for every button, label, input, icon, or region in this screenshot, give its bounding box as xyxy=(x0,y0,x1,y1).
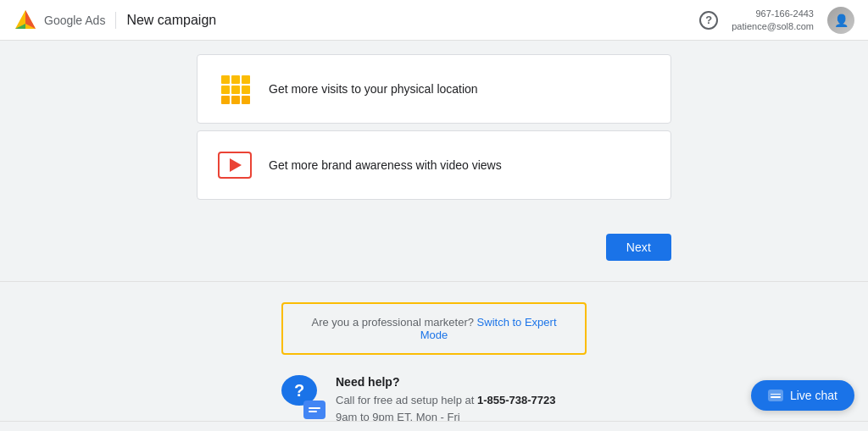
play-triangle-icon xyxy=(230,158,242,172)
help-desc-pre: Call for free ad setup help at xyxy=(336,394,477,406)
user-phone: 967-166-2443 xyxy=(755,8,814,19)
help-bubble-icon: ? xyxy=(281,375,326,419)
option-video-views-text: Get more brand awareness with video view… xyxy=(269,158,502,172)
campaign-title: New campaign xyxy=(126,13,216,28)
option-physical-location-text: Get more visits to your physical locatio… xyxy=(269,82,478,96)
header: Google Ads New campaign ? 967-166-2443 p… xyxy=(0,0,868,41)
building-icon xyxy=(218,72,252,106)
avatar[interactable]: 👤 xyxy=(827,7,854,34)
live-chat-icon xyxy=(768,390,783,401)
svg-rect-8 xyxy=(242,86,250,94)
live-chat-icon-lines xyxy=(771,394,781,398)
chat-bubble-small-icon xyxy=(303,401,326,419)
logo-text: Google Ads xyxy=(44,14,105,27)
svg-rect-6 xyxy=(221,86,230,94)
help-title: Need help? xyxy=(336,375,587,389)
chat-icon-line-1 xyxy=(771,394,781,395)
svg-rect-4 xyxy=(231,75,240,84)
expert-banner-text: Are you a professional marketer? xyxy=(311,316,473,329)
next-button[interactable]: Next xyxy=(606,234,671,261)
main-content: Get more visits to your physical locatio… xyxy=(0,41,868,431)
svg-rect-5 xyxy=(242,75,250,84)
video-play-icon xyxy=(218,152,252,179)
svg-rect-10 xyxy=(231,96,240,104)
live-chat-button[interactable]: Live chat xyxy=(751,380,854,411)
svg-rect-9 xyxy=(221,96,230,104)
next-area: Next xyxy=(197,234,671,274)
option-video-views[interactable]: Get more brand awareness with video view… xyxy=(197,130,671,200)
svg-rect-3 xyxy=(221,75,230,84)
option-physical-location[interactable]: Get more visits to your physical locatio… xyxy=(197,54,671,124)
google-ads-logo: Google Ads xyxy=(14,8,105,32)
chat-lines-icon xyxy=(309,407,320,412)
svg-rect-7 xyxy=(231,86,240,94)
expert-banner: Are you a professional marketer? Switch … xyxy=(281,302,587,355)
user-email: patience@sol8.com xyxy=(732,20,814,32)
question-mark-icon: ? xyxy=(294,381,304,401)
header-right: ? 967-166-2443 patience@sol8.com 👤 xyxy=(699,7,854,34)
section-divider xyxy=(0,281,868,282)
header-left: Google Ads New campaign xyxy=(14,8,216,32)
header-divider xyxy=(115,12,116,29)
chat-line-2 xyxy=(309,411,317,412)
video-icon xyxy=(218,148,252,182)
chat-line-1 xyxy=(309,407,320,409)
svg-rect-11 xyxy=(242,96,250,104)
bottom-scrollbar xyxy=(0,421,868,431)
chat-icon-line-2 xyxy=(771,396,781,398)
live-chat-label: Live chat xyxy=(790,389,837,402)
options-container: Get more visits to your physical locatio… xyxy=(197,54,671,207)
user-info: 967-166-2443 patience@sol8.com xyxy=(732,8,814,32)
google-ads-logo-icon xyxy=(14,8,37,32)
help-phone: 1-855-738-7723 xyxy=(477,394,556,406)
help-icon[interactable]: ? xyxy=(699,11,718,30)
